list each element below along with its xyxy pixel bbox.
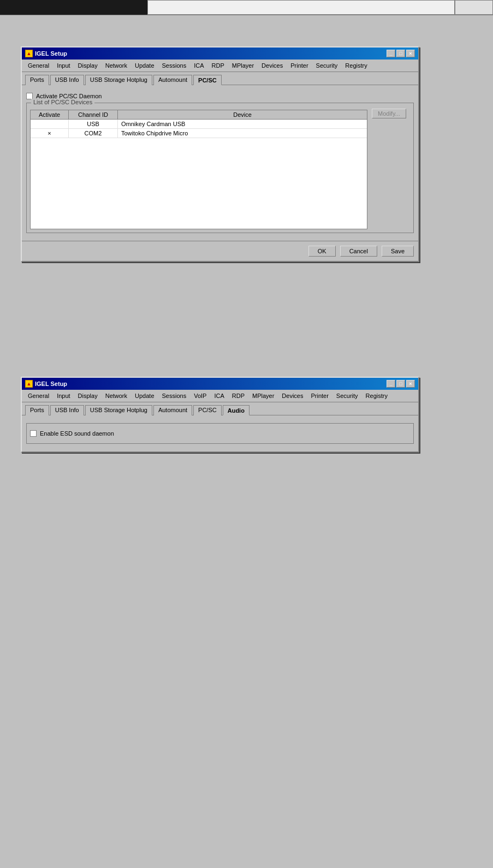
- tab-automount-2[interactable]: Automount: [153, 405, 192, 415]
- menu-rdp-2[interactable]: RDP: [228, 391, 248, 401]
- menu-registry-1[interactable]: Registry: [341, 61, 371, 70]
- menu-printer-1[interactable]: Printer: [287, 61, 312, 70]
- sub-tab-bar-1: Ports USB Info USB Storage Hotplug Autom…: [22, 72, 418, 85]
- tab-ports-2[interactable]: Ports: [25, 405, 49, 415]
- menu-registry-2[interactable]: Registry: [362, 391, 391, 401]
- menu-devices-2[interactable]: Devices: [278, 391, 307, 401]
- th-channel: Channel ID: [69, 110, 118, 119]
- menu-input-1[interactable]: Input: [53, 61, 74, 70]
- table-row[interactable]: × COM2 Towitoko Chipdrive Micro: [31, 129, 367, 138]
- tab-ports-1[interactable]: Ports: [25, 75, 49, 85]
- bottom-bar-1: OK Cancel Save: [22, 241, 418, 261]
- igel-setup-window-2: ▲ IGEL Setup _ □ × General Input Display…: [21, 377, 419, 453]
- top-bar: [0, 0, 493, 15]
- menu-security-1[interactable]: Security: [312, 61, 342, 70]
- app-icon-2: ▲: [25, 380, 33, 388]
- tab-usbstorage-2[interactable]: USB Storage Hotplug: [85, 405, 152, 415]
- devices-main: Activate Channel ID Device USB Omnikey C…: [30, 106, 367, 229]
- td-channel-0: USB: [69, 120, 118, 128]
- tab-usbstorage-1[interactable]: USB Storage Hotplug: [85, 75, 152, 85]
- td-channel-1: COM2: [69, 129, 118, 138]
- cancel-button-1[interactable]: Cancel: [340, 246, 377, 257]
- menu-display-1[interactable]: Display: [74, 61, 102, 70]
- titlebar-2: ▲ IGEL Setup _ □ ×: [22, 378, 418, 390]
- menu-security-2[interactable]: Security: [332, 391, 362, 401]
- th-device: Device: [118, 110, 367, 119]
- app-icon-1: ▲: [25, 50, 33, 57]
- tab-pcsc-1[interactable]: PC/SC: [193, 75, 222, 85]
- menu-ica-1[interactable]: ICA: [190, 61, 207, 70]
- tab-pcsc-2[interactable]: PC/SC: [193, 405, 222, 415]
- window-title-2: IGEL Setup: [35, 381, 67, 387]
- minimize-btn-2[interactable]: _: [387, 380, 395, 388]
- pcsc-devices-group: List of PC/SC Devices Activate Channel I…: [26, 103, 414, 233]
- igel-setup-window-1: ▲ IGEL Setup _ □ × General Input Display…: [21, 46, 419, 262]
- top-bar-center: [147, 0, 455, 15]
- menu-mplayer-1[interactable]: MPlayer: [228, 61, 258, 70]
- td-device-0: Omnikey Cardman USB: [118, 120, 367, 128]
- table-body: USB Omnikey Cardman USB × COM2 Towitoko …: [31, 120, 367, 229]
- menu-sessions-2[interactable]: Sessions: [158, 391, 191, 401]
- menu-input-2[interactable]: Input: [53, 391, 74, 401]
- menu-bar-1: General Input Display Network Update Ses…: [22, 60, 418, 72]
- menu-voip-2[interactable]: VoIP: [190, 391, 210, 401]
- sub-tab-bar-2: Ports USB Info USB Storage Hotplug Autom…: [22, 402, 418, 415]
- menu-rdp-1[interactable]: RDP: [208, 61, 228, 70]
- devices-table: Activate Channel ID Device USB Omnikey C…: [30, 110, 367, 229]
- window-controls-2: _ □ ×: [387, 380, 415, 388]
- tab-audio-2[interactable]: Audio: [223, 405, 250, 415]
- menu-general-2[interactable]: General: [24, 391, 53, 401]
- titlebar-left-2: ▲ IGEL Setup: [25, 380, 67, 388]
- window-title-1: IGEL Setup: [35, 50, 67, 57]
- esd-daemon-checkbox[interactable]: [30, 430, 37, 437]
- td-activate-1: ×: [31, 129, 69, 138]
- menu-general-1[interactable]: General: [24, 61, 53, 70]
- audio-group: Enable ESD sound daemon: [26, 423, 414, 444]
- menu-network-2[interactable]: Network: [102, 391, 131, 401]
- titlebar-1: ▲ IGEL Setup _ □ ×: [22, 47, 418, 60]
- menu-network-1[interactable]: Network: [102, 61, 131, 70]
- menu-ica-2[interactable]: ICA: [210, 391, 228, 401]
- devices-content: Activate Channel ID Device USB Omnikey C…: [30, 106, 410, 229]
- menu-printer-2[interactable]: Printer: [307, 391, 332, 401]
- maximize-btn-2[interactable]: □: [396, 380, 405, 388]
- table-row[interactable]: USB Omnikey Cardman USB: [31, 120, 367, 129]
- esd-daemon-label: Enable ESD sound daemon: [40, 430, 114, 437]
- esd-daemon-row: Enable ESD sound daemon: [30, 430, 410, 437]
- menu-update-2[interactable]: Update: [131, 391, 158, 401]
- content-area-1: Activate PC/SC Daemon List of PC/SC Devi…: [22, 85, 418, 241]
- titlebar-left-1: ▲ IGEL Setup: [25, 50, 67, 57]
- minimize-btn-1[interactable]: _: [387, 50, 395, 57]
- menu-bar-2: General Input Display Network Update Ses…: [22, 390, 418, 402]
- menu-update-1[interactable]: Update: [131, 61, 158, 70]
- tab-usbinfo-1[interactable]: USB Info: [50, 75, 84, 85]
- ok-button-1[interactable]: OK: [308, 246, 336, 257]
- menu-mplayer-2[interactable]: MPlayer: [248, 391, 278, 401]
- table-header: Activate Channel ID Device: [31, 110, 367, 120]
- devices-side: Modify...: [372, 106, 410, 229]
- pcsc-devices-group-label: List of PC/SC Devices: [31, 99, 94, 105]
- menu-devices-1[interactable]: Devices: [258, 61, 287, 70]
- top-bar-right: [455, 0, 493, 15]
- th-activate: Activate: [31, 110, 69, 119]
- tab-automount-1[interactable]: Automount: [153, 75, 192, 85]
- top-bar-left: [0, 0, 147, 15]
- close-btn-2[interactable]: ×: [406, 380, 415, 388]
- maximize-btn-1[interactable]: □: [396, 50, 405, 57]
- td-device-1: Towitoko Chipdrive Micro: [118, 129, 367, 138]
- menu-display-2[interactable]: Display: [74, 391, 102, 401]
- content-area-2: Enable ESD sound daemon: [22, 415, 418, 451]
- save-button-1[interactable]: Save: [382, 246, 414, 257]
- tab-usbinfo-2[interactable]: USB Info: [50, 405, 84, 415]
- close-btn-1[interactable]: ×: [406, 50, 415, 57]
- window-controls-1: _ □ ×: [387, 50, 415, 57]
- td-activate-0: [31, 120, 69, 128]
- modify-button[interactable]: Modify...: [372, 109, 406, 118]
- menu-sessions-1[interactable]: Sessions: [158, 61, 191, 70]
